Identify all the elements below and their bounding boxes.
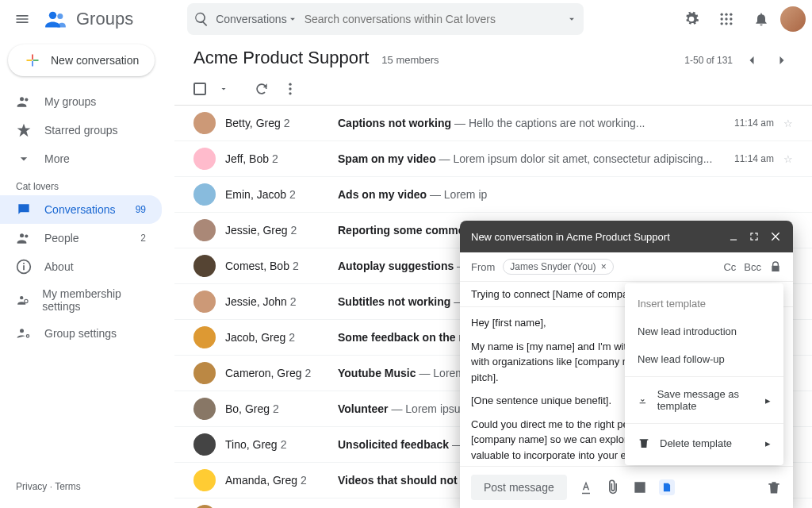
- remove-chip-icon[interactable]: ×: [601, 261, 607, 272]
- svg-point-21: [289, 87, 291, 90]
- caret-down-icon[interactable]: [566, 11, 577, 27]
- page-range: 1-50 of 131: [684, 55, 733, 66]
- avatar: [193, 219, 216, 241]
- account-avatar[interactable]: [780, 6, 806, 32]
- template-icon[interactable]: [659, 479, 675, 495]
- nav-group-settings[interactable]: Group settings: [0, 319, 162, 348]
- search-input[interactable]: [298, 13, 567, 25]
- nav-my-groups[interactable]: My groups: [0, 87, 162, 116]
- participants: Amanda, Greg2: [225, 474, 328, 487]
- compose-title: New conversation in Acme Product Support: [471, 231, 670, 243]
- avatar: [193, 469, 216, 491]
- svg-point-5: [721, 17, 723, 20]
- close-icon[interactable]: [769, 229, 782, 244]
- new-conversation-button[interactable]: New conversation: [8, 44, 155, 76]
- lock-icon[interactable]: [769, 259, 782, 275]
- svg-point-3: [725, 13, 727, 16]
- terms-link[interactable]: Terms: [55, 481, 81, 492]
- next-page[interactable]: [771, 49, 793, 71]
- svg-point-4: [730, 13, 732, 16]
- svg-point-9: [725, 22, 727, 25]
- nav-conversations[interactable]: Conversations99: [0, 195, 162, 224]
- apps-button[interactable]: [710, 3, 742, 35]
- participants: Cameron, Greg2: [225, 367, 328, 379]
- nav-more[interactable]: More: [0, 144, 162, 173]
- compose-window: New conversation in Acme Product Support…: [460, 221, 793, 508]
- plus-icon: [24, 52, 41, 68]
- time: 11:14 am: [734, 153, 774, 164]
- avatar: [193, 148, 216, 170]
- from-label: From: [471, 261, 495, 273]
- settings-button[interactable]: [676, 3, 707, 35]
- avatar: [193, 291, 216, 313]
- svg-point-6: [725, 17, 727, 20]
- save-icon: [638, 392, 648, 408]
- fullscreen-icon[interactable]: [749, 229, 760, 244]
- people-icon: [16, 230, 32, 246]
- svg-point-1: [57, 13, 63, 19]
- svg-point-12: [25, 98, 28, 101]
- participants: Comest, Bob2: [225, 260, 328, 272]
- search-icon: [193, 11, 209, 27]
- participants: Jeff, Bob2: [225, 152, 328, 165]
- avatar: [193, 398, 216, 420]
- star-icon[interactable]: ☆: [783, 117, 793, 129]
- hamburger-menu[interactable]: [6, 3, 38, 35]
- search-bar[interactable]: Conversations: [187, 3, 584, 35]
- svg-point-16: [20, 296, 23, 299]
- svg-point-2: [721, 13, 723, 16]
- new-conversation-label: New conversation: [51, 54, 139, 67]
- member-count[interactable]: 15 members: [381, 54, 439, 66]
- svg-point-19: [26, 335, 29, 337]
- privacy-link[interactable]: Privacy: [16, 481, 47, 492]
- select-all-checkbox[interactable]: [193, 83, 206, 95]
- search-scope[interactable]: Conversations: [216, 13, 287, 25]
- svg-point-10: [730, 22, 732, 25]
- participants: Emin, Jacob2: [225, 188, 328, 201]
- minimize-icon[interactable]: [728, 229, 739, 244]
- from-chip[interactable]: James Snyder (You)×: [503, 259, 613, 275]
- groups-logo-icon: [44, 8, 67, 30]
- avatar: [193, 362, 216, 384]
- star-icon: [16, 122, 32, 138]
- nav-membership[interactable]: My membership settings: [0, 281, 162, 319]
- svg-point-18: [20, 329, 24, 333]
- participants: Betty, Greg2: [225, 117, 328, 129]
- format-icon[interactable]: [578, 479, 594, 495]
- caret-down-icon[interactable]: [219, 81, 228, 97]
- svg-point-11: [20, 97, 24, 101]
- delete-template[interactable]: Delete template▸: [625, 427, 783, 459]
- subject: Captions not working — Hello the caption…: [338, 117, 725, 129]
- svg-point-0: [49, 12, 56, 19]
- conversation-row[interactable]: Betty, Greg2 Captions not working — Hell…: [174, 106, 812, 141]
- save-template[interactable]: Save message as template▸: [625, 380, 783, 420]
- template-item-2[interactable]: New lead follow-up: [625, 345, 783, 373]
- conversation-row[interactable]: Emin, Jacob2 Ads on my video — Lorem ip: [174, 177, 812, 213]
- attach-icon[interactable]: [605, 479, 621, 495]
- cc-button[interactable]: Cc: [723, 261, 736, 273]
- conversation-row[interactable]: Jeff, Bob2 Spam on my video — Lorem ipsu…: [174, 141, 812, 177]
- bcc-button[interactable]: Bcc: [744, 261, 761, 273]
- caret-down-icon[interactable]: [287, 11, 298, 27]
- post-message-button[interactable]: Post message: [471, 475, 567, 500]
- participants: Jessie, Greg2: [225, 224, 328, 237]
- svg-point-7: [730, 17, 732, 20]
- prev-page[interactable]: [741, 49, 763, 71]
- conversations-icon: [16, 202, 32, 217]
- template-menu-header: Insert template: [625, 290, 783, 318]
- refresh-icon[interactable]: [254, 81, 270, 97]
- delete-draft-icon[interactable]: [766, 479, 782, 495]
- nav-starred[interactable]: Starred groups: [0, 116, 162, 144]
- participants: Bo, Greg2: [225, 402, 328, 415]
- image-icon[interactable]: [632, 479, 648, 495]
- info-icon: [16, 259, 32, 275]
- star-icon[interactable]: ☆: [783, 153, 793, 165]
- svg-point-14: [25, 234, 28, 237]
- svg-point-8: [721, 22, 723, 25]
- group-settings-icon: [16, 325, 32, 341]
- notifications-button[interactable]: [745, 3, 777, 35]
- more-icon[interactable]: [282, 81, 298, 97]
- nav-people[interactable]: People2: [0, 224, 162, 252]
- nav-about[interactable]: About: [0, 252, 162, 281]
- template-item-1[interactable]: New lead introduction: [625, 318, 783, 345]
